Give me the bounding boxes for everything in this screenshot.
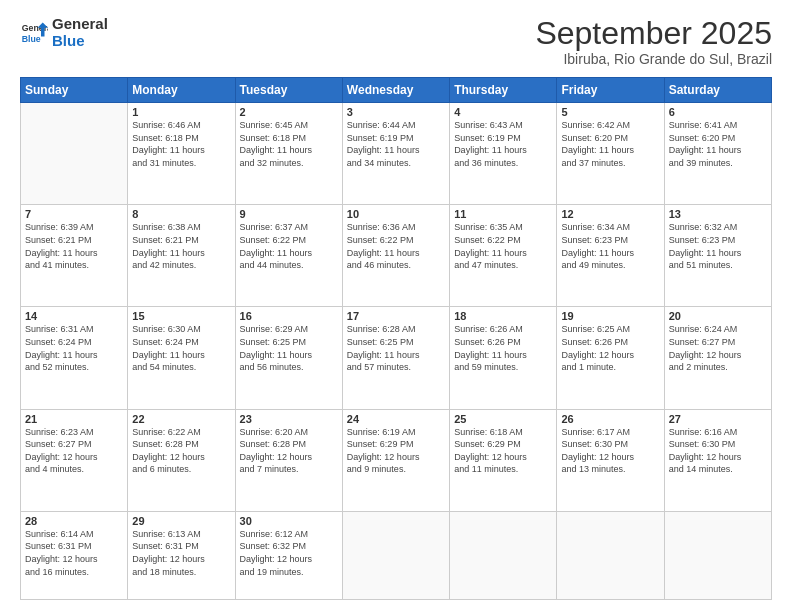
day-number: 24 [347, 413, 445, 425]
day-info: Sunrise: 6:45 AM Sunset: 6:18 PM Dayligh… [240, 119, 338, 169]
title-block: September 2025 Ibiruba, Rio Grande do Su… [535, 16, 772, 67]
day-info: Sunrise: 6:42 AM Sunset: 6:20 PM Dayligh… [561, 119, 659, 169]
calendar-cell: 12Sunrise: 6:34 AM Sunset: 6:23 PM Dayli… [557, 205, 664, 307]
weekday-header: Wednesday [342, 78, 449, 103]
day-number: 12 [561, 208, 659, 220]
day-info: Sunrise: 6:25 AM Sunset: 6:26 PM Dayligh… [561, 323, 659, 373]
day-number: 27 [669, 413, 767, 425]
day-number: 8 [132, 208, 230, 220]
day-info: Sunrise: 6:37 AM Sunset: 6:22 PM Dayligh… [240, 221, 338, 271]
page: General Blue General Blue September 2025… [0, 0, 792, 612]
calendar-cell: 5Sunrise: 6:42 AM Sunset: 6:20 PM Daylig… [557, 103, 664, 205]
day-number: 15 [132, 310, 230, 322]
day-number: 17 [347, 310, 445, 322]
calendar-body: 1Sunrise: 6:46 AM Sunset: 6:18 PM Daylig… [21, 103, 772, 600]
calendar-cell: 17Sunrise: 6:28 AM Sunset: 6:25 PM Dayli… [342, 307, 449, 409]
day-number: 21 [25, 413, 123, 425]
header: General Blue General Blue September 2025… [20, 16, 772, 67]
day-number: 5 [561, 106, 659, 118]
calendar-week-row: 14Sunrise: 6:31 AM Sunset: 6:24 PM Dayli… [21, 307, 772, 409]
calendar-week-row: 28Sunrise: 6:14 AM Sunset: 6:31 PM Dayli… [21, 511, 772, 599]
logo-icon: General Blue [20, 19, 48, 47]
calendar-cell: 11Sunrise: 6:35 AM Sunset: 6:22 PM Dayli… [450, 205, 557, 307]
weekday-header: Saturday [664, 78, 771, 103]
calendar-cell [21, 103, 128, 205]
day-number: 3 [347, 106, 445, 118]
calendar-cell: 7Sunrise: 6:39 AM Sunset: 6:21 PM Daylig… [21, 205, 128, 307]
day-info: Sunrise: 6:18 AM Sunset: 6:29 PM Dayligh… [454, 426, 552, 476]
logo-blue-text: Blue [52, 33, 108, 50]
calendar-cell: 22Sunrise: 6:22 AM Sunset: 6:28 PM Dayli… [128, 409, 235, 511]
calendar-cell: 25Sunrise: 6:18 AM Sunset: 6:29 PM Dayli… [450, 409, 557, 511]
day-info: Sunrise: 6:23 AM Sunset: 6:27 PM Dayligh… [25, 426, 123, 476]
day-info: Sunrise: 6:28 AM Sunset: 6:25 PM Dayligh… [347, 323, 445, 373]
day-info: Sunrise: 6:43 AM Sunset: 6:19 PM Dayligh… [454, 119, 552, 169]
calendar-table: SundayMondayTuesdayWednesdayThursdayFrid… [20, 77, 772, 600]
day-number: 9 [240, 208, 338, 220]
day-number: 14 [25, 310, 123, 322]
day-info: Sunrise: 6:26 AM Sunset: 6:26 PM Dayligh… [454, 323, 552, 373]
calendar-cell: 27Sunrise: 6:16 AM Sunset: 6:30 PM Dayli… [664, 409, 771, 511]
day-info: Sunrise: 6:20 AM Sunset: 6:28 PM Dayligh… [240, 426, 338, 476]
day-info: Sunrise: 6:30 AM Sunset: 6:24 PM Dayligh… [132, 323, 230, 373]
calendar-cell: 30Sunrise: 6:12 AM Sunset: 6:32 PM Dayli… [235, 511, 342, 599]
month-title: September 2025 [535, 16, 772, 51]
day-number: 26 [561, 413, 659, 425]
day-number: 11 [454, 208, 552, 220]
weekday-header: Thursday [450, 78, 557, 103]
calendar-week-row: 7Sunrise: 6:39 AM Sunset: 6:21 PM Daylig… [21, 205, 772, 307]
calendar-cell: 2Sunrise: 6:45 AM Sunset: 6:18 PM Daylig… [235, 103, 342, 205]
weekday-header: Monday [128, 78, 235, 103]
day-number: 29 [132, 515, 230, 527]
calendar-cell: 23Sunrise: 6:20 AM Sunset: 6:28 PM Dayli… [235, 409, 342, 511]
weekday-header: Sunday [21, 78, 128, 103]
location: Ibiruba, Rio Grande do Sul, Brazil [535, 51, 772, 67]
calendar-cell: 8Sunrise: 6:38 AM Sunset: 6:21 PM Daylig… [128, 205, 235, 307]
day-info: Sunrise: 6:13 AM Sunset: 6:31 PM Dayligh… [132, 528, 230, 578]
calendar-cell: 1Sunrise: 6:46 AM Sunset: 6:18 PM Daylig… [128, 103, 235, 205]
day-number: 2 [240, 106, 338, 118]
day-number: 6 [669, 106, 767, 118]
calendar-cell: 16Sunrise: 6:29 AM Sunset: 6:25 PM Dayli… [235, 307, 342, 409]
weekday-header: Tuesday [235, 78, 342, 103]
day-number: 20 [669, 310, 767, 322]
day-number: 1 [132, 106, 230, 118]
svg-text:Blue: Blue [22, 33, 41, 43]
calendar-cell [664, 511, 771, 599]
calendar-cell: 24Sunrise: 6:19 AM Sunset: 6:29 PM Dayli… [342, 409, 449, 511]
calendar-header-row: SundayMondayTuesdayWednesdayThursdayFrid… [21, 78, 772, 103]
day-info: Sunrise: 6:35 AM Sunset: 6:22 PM Dayligh… [454, 221, 552, 271]
day-number: 23 [240, 413, 338, 425]
calendar-cell [557, 511, 664, 599]
calendar-cell: 15Sunrise: 6:30 AM Sunset: 6:24 PM Dayli… [128, 307, 235, 409]
calendar-week-row: 1Sunrise: 6:46 AM Sunset: 6:18 PM Daylig… [21, 103, 772, 205]
day-info: Sunrise: 6:29 AM Sunset: 6:25 PM Dayligh… [240, 323, 338, 373]
calendar-cell: 29Sunrise: 6:13 AM Sunset: 6:31 PM Dayli… [128, 511, 235, 599]
day-number: 10 [347, 208, 445, 220]
calendar-cell: 21Sunrise: 6:23 AM Sunset: 6:27 PM Dayli… [21, 409, 128, 511]
calendar-cell: 9Sunrise: 6:37 AM Sunset: 6:22 PM Daylig… [235, 205, 342, 307]
day-info: Sunrise: 6:22 AM Sunset: 6:28 PM Dayligh… [132, 426, 230, 476]
day-info: Sunrise: 6:44 AM Sunset: 6:19 PM Dayligh… [347, 119, 445, 169]
calendar-cell [450, 511, 557, 599]
calendar-cell: 20Sunrise: 6:24 AM Sunset: 6:27 PM Dayli… [664, 307, 771, 409]
calendar-cell: 10Sunrise: 6:36 AM Sunset: 6:22 PM Dayli… [342, 205, 449, 307]
day-number: 4 [454, 106, 552, 118]
day-info: Sunrise: 6:41 AM Sunset: 6:20 PM Dayligh… [669, 119, 767, 169]
day-number: 18 [454, 310, 552, 322]
day-info: Sunrise: 6:17 AM Sunset: 6:30 PM Dayligh… [561, 426, 659, 476]
day-info: Sunrise: 6:24 AM Sunset: 6:27 PM Dayligh… [669, 323, 767, 373]
day-number: 19 [561, 310, 659, 322]
calendar-cell: 3Sunrise: 6:44 AM Sunset: 6:19 PM Daylig… [342, 103, 449, 205]
calendar-cell: 18Sunrise: 6:26 AM Sunset: 6:26 PM Dayli… [450, 307, 557, 409]
calendar-cell: 14Sunrise: 6:31 AM Sunset: 6:24 PM Dayli… [21, 307, 128, 409]
day-number: 30 [240, 515, 338, 527]
day-info: Sunrise: 6:38 AM Sunset: 6:21 PM Dayligh… [132, 221, 230, 271]
day-info: Sunrise: 6:14 AM Sunset: 6:31 PM Dayligh… [25, 528, 123, 578]
day-info: Sunrise: 6:31 AM Sunset: 6:24 PM Dayligh… [25, 323, 123, 373]
day-number: 16 [240, 310, 338, 322]
calendar-cell: 4Sunrise: 6:43 AM Sunset: 6:19 PM Daylig… [450, 103, 557, 205]
calendar-cell: 6Sunrise: 6:41 AM Sunset: 6:20 PM Daylig… [664, 103, 771, 205]
day-number: 13 [669, 208, 767, 220]
day-info: Sunrise: 6:46 AM Sunset: 6:18 PM Dayligh… [132, 119, 230, 169]
